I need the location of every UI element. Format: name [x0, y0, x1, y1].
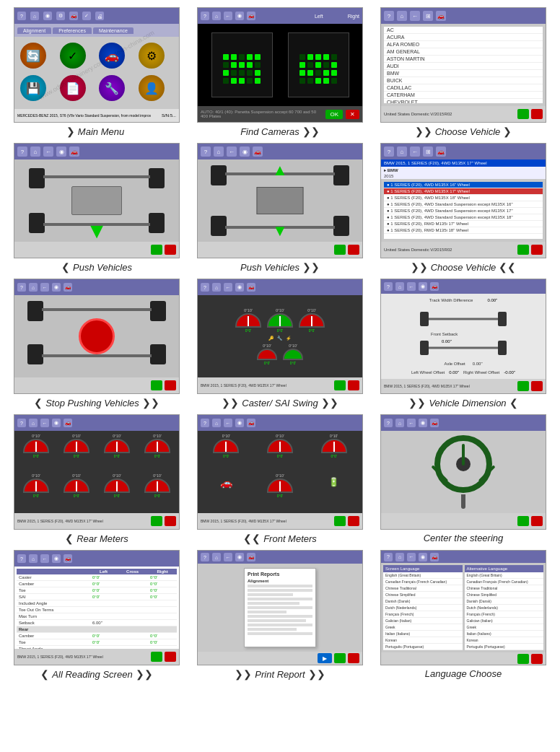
- tab-preferences[interactable]: Preferences: [53, 27, 92, 34]
- vd-bottom: BMW 2015, 1 SERIES (F20), 4WD M135X 17" …: [381, 379, 546, 393]
- gauge-value-4: 0°0': [264, 361, 271, 365]
- lang-alt-item-el[interactable]: Greek: [465, 624, 544, 631]
- icon-database[interactable]: 💾: [20, 75, 46, 101]
- lang-alt-item-gl[interactable]: Galician (Italian): [465, 618, 544, 624]
- ok-btn-pv1[interactable]: [151, 245, 162, 255]
- model-item-0[interactable]: ● 1 SERIES (F20), 4WD M135X 16" Wheel: [384, 182, 543, 188]
- lang-item-ko[interactable]: Korean: [383, 637, 463, 644]
- cancel-btn-fm[interactable]: [348, 516, 359, 526]
- fm-gauge-label-1: 0°10': [222, 434, 230, 438]
- lang-item-nl[interactable]: Dutch (Nederlands): [383, 605, 463, 611]
- list-item-cadillac[interactable]: CADILLAC: [384, 84, 543, 92]
- cancel-btn-pr[interactable]: [348, 653, 359, 663]
- list-item-ac[interactable]: AC: [384, 27, 543, 34]
- lang-item-zh-tw[interactable]: Chinese Traditional: [383, 585, 463, 592]
- icon-report[interactable]: 📄: [60, 75, 86, 101]
- ok-btn-caster[interactable]: [334, 380, 346, 390]
- model-item-1[interactable]: ● 1 SERIES (F20), 4WD M135X 17" Wheel: [384, 188, 543, 195]
- ok-btn-pv2[interactable]: [334, 245, 346, 255]
- model-item-3[interactable]: ● 1 SERIES (F20), 4WD Standard Suspensio…: [384, 201, 543, 208]
- ok-btn-fm[interactable]: [334, 516, 346, 526]
- ok-btn-sp[interactable]: [151, 380, 162, 390]
- lang-item-it[interactable]: Italian (Italiano): [383, 631, 463, 637]
- ok-button-fc[interactable]: OK: [325, 110, 343, 119]
- list-item-alfa[interactable]: ALFA ROMEO: [384, 41, 543, 48]
- lang-alt-item-fr-ca[interactable]: Canadian Français (French Canadian): [465, 579, 544, 585]
- list-item-audi[interactable]: AUDI: [384, 63, 543, 70]
- ok-btn-cs[interactable]: [517, 516, 529, 526]
- ok-btn-pr[interactable]: [334, 653, 346, 663]
- arrow-caster-l: ❯❯: [222, 397, 239, 408]
- cancel-btn-sp[interactable]: [165, 380, 176, 390]
- list-item-chevy[interactable]: CHEVROLET: [384, 99, 543, 103]
- gauge-dial-2: [267, 313, 293, 328]
- cell-front-meters: ? ⌂ ← ◉ 🚗 0°10' 0°0' 0°10' 0°0': [191, 414, 369, 546]
- lang-alt-item-ko[interactable]: Korean: [465, 637, 544, 644]
- model-item-6[interactable]: ● 1 SERIES (F20), RWD M135i 17" Wheel: [384, 221, 543, 227]
- caption-vd: Vehicle Dimension: [429, 398, 506, 408]
- fm-needle-2: [279, 442, 281, 452]
- lang-alt-item-pt[interactable]: Português (Portuguese): [465, 644, 544, 650]
- list-item-am[interactable]: AM GENERAL: [384, 48, 543, 56]
- vd-axle-value: 0.00": [473, 362, 483, 366]
- screen-front-meters: ? ⌂ ← ◉ 🚗 0°10' 0°0' 0°10' 0°0': [197, 414, 363, 530]
- lang-item-en-gb[interactable]: English (Great Britain): [383, 572, 463, 579]
- icon-wheel[interactable]: 🔄: [20, 43, 46, 69]
- icon-alignment[interactable]: ⚙: [139, 43, 165, 69]
- icon-tools[interactable]: 🔧: [99, 75, 125, 101]
- lang-alt-item-en-gb[interactable]: English (Great Britain): [465, 572, 544, 579]
- icon-checkmark[interactable]: ✓: [60, 43, 86, 69]
- model-item-7[interactable]: ● 1 SERIES (F20), RWD M135i 18" Wheel: [384, 227, 543, 234]
- home-icon: ⌂: [30, 12, 39, 20]
- cancel-btn-cv1[interactable]: [531, 109, 543, 119]
- cancel-btn-vd[interactable]: [531, 381, 543, 391]
- cv-bottom-1: United States Domestic V/2015R02: [381, 106, 546, 122]
- icon-person[interactable]: 👤: [139, 75, 165, 101]
- lang-item-el[interactable]: Greek: [383, 624, 463, 631]
- ok-btn-ar[interactable]: [151, 652, 162, 662]
- lang-item-zh-cn[interactable]: Chinese Simplified: [383, 592, 463, 598]
- list-item-acura[interactable]: ACURA: [384, 34, 543, 41]
- lang-item-da[interactable]: Danish (Dansk): [383, 598, 463, 605]
- print-btn-pr[interactable]: ▶: [318, 653, 332, 663]
- icon-car-3d[interactable]: 🚗: [99, 43, 125, 69]
- lang-alt-item-da[interactable]: Danish (Dansk): [465, 598, 544, 605]
- arrow-sp-r: ❯❯: [142, 397, 159, 408]
- list-item-aston[interactable]: ASTON MARTIN: [384, 56, 543, 63]
- ok-btn-cv1[interactable]: [517, 109, 529, 119]
- lang-alt-item-it[interactable]: Italian (Italiano): [465, 631, 544, 637]
- cancel-btn-cs[interactable]: [531, 516, 543, 526]
- cancel-btn-lang[interactable]: [531, 654, 543, 664]
- cancel-btn-rm[interactable]: [165, 516, 176, 526]
- list-item-bmw[interactable]: BMW: [384, 70, 543, 77]
- model-item-2[interactable]: ● 1 SERIES (F20), 4WD M135X 18" Wheel: [384, 195, 543, 201]
- cancel-btn-cv2[interactable]: [531, 245, 543, 255]
- axle-top-pv1: [43, 175, 150, 178]
- tab-alignment[interactable]: Alignment: [17, 27, 51, 34]
- lang-item-gl[interactable]: Galician (Italian): [383, 618, 463, 624]
- ok-btn-cv2[interactable]: [517, 245, 529, 255]
- lang-item-fr-ca[interactable]: Canadian Français (French Canadian): [383, 579, 463, 585]
- lang-alt-item-zh-cn[interactable]: Chinese Simplified: [465, 592, 544, 598]
- cancel-button-fc[interactable]: ✕: [346, 110, 359, 119]
- cancel-btn-pv1[interactable]: [165, 245, 176, 255]
- list-item-buick[interactable]: BUICK: [384, 77, 543, 84]
- caption-ar: All Reading Screen: [52, 669, 132, 680]
- lang-item-fr[interactable]: Français (French): [383, 611, 463, 618]
- cancel-btn-caster[interactable]: [348, 380, 359, 390]
- caption-row-ar: ❮ All Reading Screen ❯❯: [40, 668, 152, 680]
- model-item-5[interactable]: ● 1 SERIES (F20), 4WD Standard Suspensio…: [384, 214, 543, 221]
- ok-btn-rm[interactable]: [151, 516, 162, 526]
- lang-item-pt[interactable]: Português (Portuguese): [383, 644, 463, 650]
- ok-btn-lang[interactable]: [517, 654, 529, 664]
- cancel-btn-pv2[interactable]: [348, 245, 359, 255]
- ok-btn-vd[interactable]: [517, 381, 529, 391]
- ar-th-right: Right: [148, 569, 177, 574]
- tab-maintenance[interactable]: Maintenance: [93, 27, 134, 34]
- model-item-4[interactable]: ● 1 SERIES (F20), 4WD Standard Suspensio…: [384, 208, 543, 214]
- list-item-caterham[interactable]: CATERHAM: [384, 92, 543, 99]
- cancel-btn-ar[interactable]: [165, 652, 176, 662]
- lang-alt-item-fr[interactable]: Français (French): [465, 611, 544, 618]
- lang-alt-item-zh-tw[interactable]: Chinese Traditional: [465, 585, 544, 592]
- lang-alt-item-nl[interactable]: Dutch (Nederlands): [465, 605, 544, 611]
